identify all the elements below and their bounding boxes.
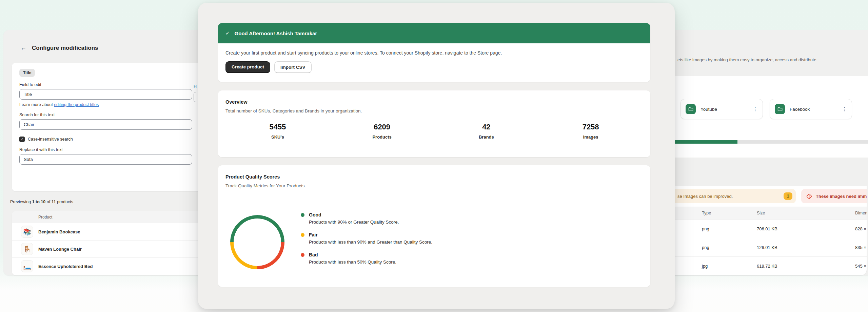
- cell-dimensions: 545 ×: [855, 264, 866, 269]
- greeting-title: Good Afternoon! Ashish Tamrakar: [235, 30, 317, 36]
- improvable-count-badge: 1: [784, 192, 792, 200]
- size-column-header: Size: [757, 211, 765, 215]
- stat-value: 7258: [538, 123, 643, 131]
- stat-brands: 42 Brands: [434, 123, 539, 140]
- page-title: Configure modifications: [32, 45, 98, 51]
- overview-card: Overview Total number of SKUs, Categorie…: [218, 90, 650, 157]
- search-text-input[interactable]: [19, 119, 192, 130]
- check-icon: ✓: [225, 30, 230, 36]
- images-table-card: se Images can be improved. 1 These image…: [654, 186, 867, 275]
- folder-name: Facebook: [790, 107, 837, 112]
- cell-type: png: [702, 226, 709, 231]
- greeting-card: ✓ Good Afternoon! Ashish Tamrakar Create…: [218, 23, 650, 82]
- stat-label: SKU's: [225, 134, 330, 140]
- overview-title: Overview: [225, 99, 643, 105]
- create-product-button[interactable]: Create product: [225, 61, 270, 73]
- back-arrow-icon[interactable]: ←: [20, 44, 26, 51]
- cell-type: jpg: [702, 264, 708, 269]
- cell-dimensions: 835 ×: [855, 245, 866, 250]
- legend-label: Fair: [309, 232, 318, 237]
- quality-title: Product Quality Scores: [225, 174, 643, 180]
- dimensions-column-header: Dimens: [855, 211, 867, 215]
- legend-description: Products with 90% or Greater Quality Sco…: [309, 220, 432, 225]
- folder-card-facebook[interactable]: Facebook ⋮: [770, 99, 852, 119]
- greeting-header: ✓ Good Afternoon! Ashish Tamrakar: [218, 23, 650, 43]
- helper-prefix: Learn more about: [19, 102, 54, 107]
- stat-value: 5455: [225, 123, 330, 131]
- critical-images-chip[interactable]: These images need imm: [801, 189, 867, 203]
- stat-label: Images: [538, 134, 643, 140]
- product-thumbnail-bed: 🛏️: [21, 260, 33, 272]
- legend-item-bad: Bad Products with less than 50% Quality …: [301, 252, 432, 265]
- case-insensitive-checkbox[interactable]: ✓: [19, 137, 25, 142]
- overview-subtitle: Total number of SKUs, Categories and Bra…: [225, 108, 643, 113]
- import-csv-button[interactable]: Import CSV: [274, 61, 312, 73]
- critical-images-text: These images need imm: [816, 194, 867, 199]
- table-row[interactable]: jpg 618.72 KB 545 ×: [654, 257, 867, 275]
- greeting-actions: Create product Import CSV: [225, 61, 643, 73]
- cell-size: 706.01 KB: [757, 226, 777, 231]
- legend-label: Bad: [309, 252, 318, 257]
- alert-diamond-icon: [806, 193, 812, 200]
- stat-label: Brands: [434, 134, 539, 140]
- cell-size: 618.72 KB: [757, 264, 777, 269]
- cell-type: png: [702, 245, 709, 250]
- preview-range: 1 to 10: [32, 200, 46, 204]
- table-row[interactable]: png 126.01 KB 835 ×: [654, 238, 867, 257]
- legend-dot: [301, 233, 304, 237]
- type-column-header: Type: [702, 211, 711, 215]
- legend-label: Good: [309, 212, 321, 217]
- stat-value: 42: [434, 123, 539, 131]
- field-chip[interactable]: Title: [19, 69, 35, 77]
- product-thumbnail-chair: 🪑: [21, 243, 33, 255]
- edit-titles-link[interactable]: editing the product titles: [54, 102, 99, 107]
- improvable-images-text: se Images can be improved.: [677, 194, 784, 199]
- replace-text-input[interactable]: [19, 154, 192, 165]
- quality-divider: [225, 196, 643, 196]
- folder-icon: [775, 104, 785, 114]
- stat-value: 6209: [330, 123, 434, 131]
- product-thumbnail-bookcase: 📚: [21, 226, 33, 238]
- cell-size: 126.01 KB: [757, 245, 777, 250]
- legend-dot: [301, 253, 304, 257]
- second-column-label-clipped: H: [194, 84, 197, 89]
- cell-dimensions: 828 ×: [855, 226, 866, 231]
- folder-card-youtube[interactable]: Youtube ⋮: [680, 99, 763, 119]
- app-stage: ← Configure modifications Title Field to…: [0, 0, 868, 312]
- preview-suffix: of 11 products: [45, 200, 73, 204]
- quality-scores-card: Product Quality Scores Track Quality Met…: [218, 165, 650, 287]
- images-table-header: Type Size Dimens: [654, 207, 867, 220]
- stat-label: Products: [330, 134, 434, 140]
- folder-icon: [686, 104, 696, 114]
- preview-summary: Previewing 1 to 10 of 11 products: [10, 200, 73, 204]
- onboarding-modal: ✓ Good Afternoon! Ashish Tamrakar Create…: [198, 3, 675, 309]
- stat-skus: 5455 SKU's: [225, 123, 330, 140]
- configure-header: ← Configure modifications: [20, 44, 98, 51]
- greeting-body: Create your first product and start sync…: [218, 43, 650, 73]
- storage-progress-bar: [654, 140, 868, 144]
- legend-dot: [301, 213, 304, 217]
- product-name: Benjamin Bookcase: [38, 229, 80, 234]
- quality-donut: [230, 215, 284, 269]
- assets-panel: ets like images by making them easy to o…: [654, 30, 868, 275]
- legend-item-fair: Fair Products with less than 90% and Gre…: [301, 232, 432, 245]
- folder-name: Youtube: [701, 107, 748, 112]
- product-name: Essence Upholstered Bed: [38, 264, 93, 269]
- field-to-edit-input[interactable]: [19, 89, 192, 100]
- kebab-menu-icon[interactable]: ⋮: [753, 106, 758, 112]
- assets-description-clipped: ets like images by making them easy to o…: [677, 57, 817, 62]
- assets-folders-section: Youtube ⋮ Facebook ⋮: [654, 76, 868, 158]
- images-table: Type Size Dimens png 706.01 KB 828 × png…: [654, 207, 867, 275]
- greeting-text: Create your first product and start sync…: [225, 50, 643, 56]
- image-alerts-row: se Images can be improved. 1 These image…: [658, 189, 867, 203]
- product-name: Maven Lounge Chair: [38, 247, 82, 252]
- overview-stats: 5455 SKU's 6209 Products 42 Brands 7258 …: [225, 123, 643, 140]
- table-row[interactable]: png 706.01 KB 828 ×: [654, 220, 867, 238]
- legend-item-good: Good Products with 90% or Greater Qualit…: [301, 212, 432, 225]
- case-insensitive-label: Case-insensitive search: [28, 137, 73, 142]
- kebab-menu-icon[interactable]: ⋮: [842, 106, 847, 112]
- stat-images: 7258 Images: [538, 123, 643, 140]
- section-divider: [654, 125, 868, 125]
- preview-prefix: Previewing: [10, 200, 32, 204]
- improvable-images-chip[interactable]: se Images can be improved. 1: [658, 189, 796, 203]
